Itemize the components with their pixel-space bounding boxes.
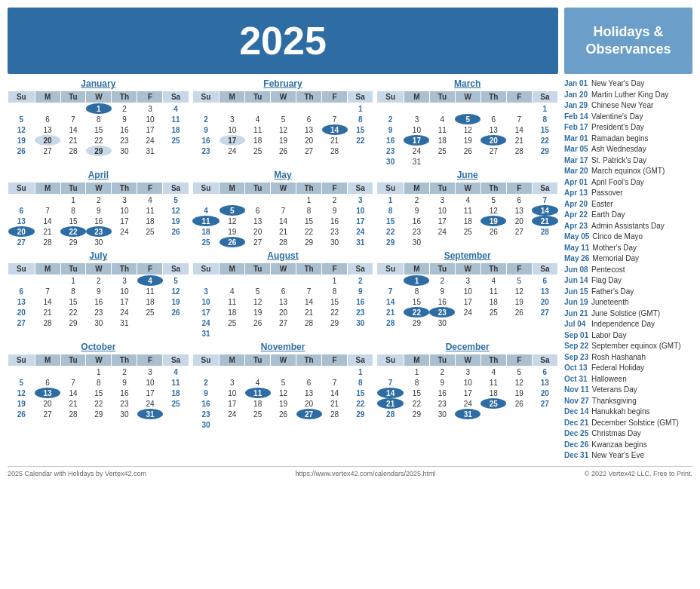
holiday-date: Apr 01 (564, 177, 588, 187)
calendar-day (245, 103, 271, 115)
calendar-day: 26 (163, 226, 189, 237)
calendar-day: 14 (377, 388, 404, 398)
calendar-day: 23 (112, 135, 137, 146)
calendar-day (296, 275, 322, 287)
holiday-entry: Jun 21June Solstice (GMT) (564, 308, 692, 318)
calendar-day: 17 (112, 216, 137, 226)
footer-right: © 2022 Vertex42 LLC. Free to Print. (585, 470, 692, 477)
day-header-su: Su (377, 354, 404, 367)
calendar-day: 4 (480, 275, 506, 287)
calendar-day: 27 (296, 409, 322, 419)
calendar-day: 30 (429, 318, 455, 328)
calendar-table: SuMTuWThFSa12345678910111213141516171819… (192, 182, 374, 247)
calendar-day: 8 (377, 205, 404, 216)
day-header-tu: Tu (60, 183, 86, 195)
calendar-day: 5 (455, 114, 480, 124)
holiday-entry: Nov 27Thanksgiving (564, 396, 692, 406)
calendar-day: 23 (192, 409, 220, 419)
holiday-name: New Year's Day (591, 78, 644, 88)
calendar-day: 1 (404, 275, 429, 287)
calendar-day: 1 (348, 367, 373, 378)
calendar-day (271, 419, 296, 430)
holiday-date: Sep 23 (564, 352, 588, 362)
holiday-date: Sep 22 (564, 341, 588, 351)
calendar-day: 25 (137, 226, 163, 237)
calendar-day (429, 103, 455, 115)
holiday-entry: Feb 14Valentine's Day (564, 112, 692, 121)
calendar-day: 7 (322, 114, 348, 124)
calendar-day (429, 156, 455, 167)
holiday-name: Admin Assistants Day (591, 221, 665, 231)
calendar-day (506, 318, 532, 328)
calendar-day (271, 275, 296, 287)
day-header-tu: Tu (429, 354, 455, 367)
calendar-day: 25 (480, 307, 506, 318)
holiday-name: Passover (591, 188, 623, 198)
calendar-day: 13 (8, 296, 35, 307)
calendar-day (35, 367, 60, 378)
week-row: 282930 (377, 318, 558, 328)
month-title: June (376, 170, 558, 180)
calendar-day: 10 (220, 388, 245, 398)
calendar-day: 16 (192, 398, 220, 409)
calendar-day (8, 195, 35, 206)
calendar-table: SuMTuWThFSa12345678910111213141516171819… (376, 90, 558, 167)
calendar-day: 29 (86, 146, 112, 156)
calendar-day: 22 (348, 135, 373, 146)
calendar-day (506, 156, 532, 167)
week-row: 15161718192021 (377, 216, 558, 226)
calendar-day: 28 (532, 226, 557, 237)
week-row: 21222324252627 (377, 398, 558, 409)
month-title: November (192, 342, 374, 352)
calendar-day: 13 (271, 296, 296, 307)
holiday-date: May 26 (564, 253, 589, 263)
calendar-day (506, 103, 532, 115)
calendar-day: 19 (506, 296, 532, 307)
holiday-entry: Jun 08Pentecost (564, 265, 692, 275)
calendar-day: 7 (271, 205, 296, 216)
week-row: 1 (192, 367, 373, 378)
calendar-day: 14 (296, 296, 322, 307)
day-header-f: F (137, 183, 163, 195)
day-header-f: F (506, 354, 532, 367)
calendar-day: 15 (532, 124, 557, 135)
calendar-day (245, 275, 271, 287)
holiday-name: Ash Wednesday (591, 144, 646, 154)
calendar-day: 29 (532, 146, 557, 156)
holiday-date: Apr 22 (564, 210, 588, 219)
month-july: JulySuMTuWThFSa1234567891011121314151617… (8, 250, 189, 339)
calendar-day: 3 (137, 103, 163, 115)
calendar-day: 6 (506, 195, 532, 206)
holiday-date: Jun 15 (564, 287, 588, 296)
calendar-day (271, 328, 296, 339)
calendar-day: 5 (506, 367, 532, 378)
calendar-day: 23 (348, 307, 373, 318)
calendar-day (192, 367, 220, 378)
calendar-day: 25 (245, 146, 271, 156)
calendar-day: 16 (112, 388, 137, 398)
calendar-day: 18 (137, 216, 163, 226)
calendar-day (35, 103, 60, 115)
day-header-m: M (220, 183, 245, 195)
week-row: 31 (192, 328, 373, 339)
calendar-day (322, 367, 348, 378)
calendar-day (35, 275, 60, 287)
calendar-day: 22 (404, 307, 429, 318)
calendar-day: 22 (86, 135, 112, 146)
week-row: 17181920212223 (192, 307, 373, 318)
day-header-m: M (35, 183, 60, 195)
calendar-day: 30 (86, 237, 112, 247)
calendar-day: 24 (112, 226, 137, 237)
calendar-day: 2 (112, 367, 137, 378)
holiday-name: September equinox (GMT) (591, 341, 680, 351)
day-header-sa: Sa (163, 91, 189, 103)
calendar-day (220, 275, 245, 287)
calendar-row: OctoberSuMTuWThFSa1234567891011121314151… (8, 342, 558, 430)
calendar-day: 16 (429, 296, 455, 307)
calendar-day: 25 (220, 318, 245, 328)
calendar-day: 15 (86, 388, 112, 398)
day-header-m: M (35, 263, 60, 275)
holiday-name: Thanksgiving (592, 396, 637, 406)
calendar-day (455, 103, 480, 115)
calendar-day: 15 (404, 296, 429, 307)
